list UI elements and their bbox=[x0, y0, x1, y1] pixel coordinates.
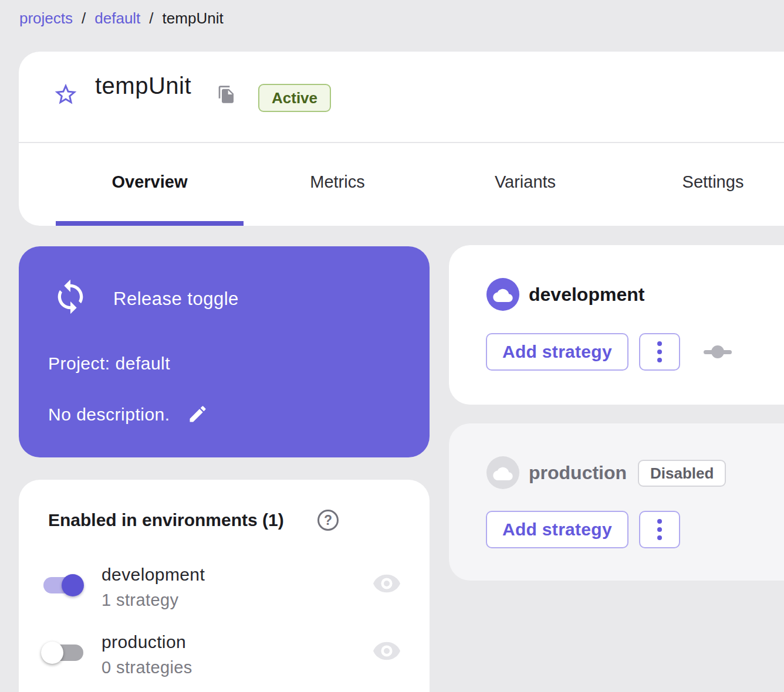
tab-bar: Overview Metrics Variants Settings bbox=[56, 143, 784, 221]
tab-variants[interactable]: Variants bbox=[431, 143, 619, 221]
toggle-description: No description. bbox=[48, 405, 170, 425]
visibility-icon[interactable] bbox=[372, 574, 401, 595]
edit-description-button[interactable] bbox=[187, 403, 209, 426]
add-strategy-button-production[interactable]: Add strategy bbox=[486, 511, 628, 548]
environment-card-production: production Disabled Add strategy bbox=[449, 423, 784, 581]
tab-metrics[interactable]: Metrics bbox=[244, 143, 431, 221]
breadcrumb: projects / default / tempUnit bbox=[19, 9, 224, 28]
toggle-type-label: Release toggle bbox=[113, 289, 239, 310]
active-tab-indicator bbox=[56, 221, 244, 226]
environment-name: development bbox=[529, 284, 644, 306]
star-icon bbox=[53, 100, 79, 109]
environment-row-label: production bbox=[102, 632, 186, 652]
breadcrumb-current: tempUnit bbox=[163, 9, 224, 28]
breadcrumb-default-link[interactable]: default bbox=[94, 9, 140, 28]
toggle-type-card: Release toggle Project: default No descr… bbox=[19, 246, 430, 457]
more-options-button-production[interactable] bbox=[639, 511, 680, 548]
enabled-environments-panel: Enabled in environments (1) ? developmen… bbox=[19, 480, 430, 692]
toggle-thumb bbox=[41, 642, 63, 664]
pencil-icon bbox=[187, 418, 208, 426]
tab-overview[interactable]: Overview bbox=[56, 143, 244, 221]
kebab-icon bbox=[657, 341, 662, 362]
help-icon[interactable]: ? bbox=[317, 510, 339, 531]
breadcrumb-separator: / bbox=[149, 9, 153, 28]
page-title: tempUnit bbox=[95, 73, 191, 99]
environment-row-strategies: 1 strategy bbox=[102, 591, 178, 610]
environment-row-strategies: 0 strategies bbox=[102, 658, 192, 677]
copy-name-button[interactable] bbox=[216, 84, 237, 106]
environment-name: production bbox=[529, 462, 627, 484]
breadcrumb-projects-link[interactable]: projects bbox=[19, 9, 73, 28]
cloud-icon bbox=[486, 278, 519, 311]
breadcrumb-separator: / bbox=[82, 9, 86, 28]
more-options-button-development[interactable] bbox=[639, 333, 680, 371]
kebab-icon bbox=[657, 519, 662, 540]
environment-row-label: development bbox=[102, 565, 205, 585]
copy-icon bbox=[217, 97, 236, 106]
toggle-project-label: Project: default bbox=[48, 354, 170, 374]
tab-settings[interactable]: Settings bbox=[619, 143, 784, 221]
cloud-icon bbox=[486, 456, 519, 489]
environment-toggle-production[interactable] bbox=[43, 641, 102, 667]
status-badge: Active bbox=[258, 84, 331, 112]
add-strategy-button-development[interactable]: Add strategy bbox=[486, 333, 628, 371]
visibility-icon[interactable] bbox=[372, 641, 401, 662]
toggle-thumb bbox=[62, 574, 84, 596]
environment-toggle-development[interactable] bbox=[43, 574, 102, 599]
favorite-button[interactable] bbox=[52, 81, 80, 109]
release-toggle-icon bbox=[52, 278, 89, 316]
enabled-environments-title: Enabled in environments (1) bbox=[48, 510, 284, 530]
feature-header-card: tempUnit Active Overview Metrics Variant… bbox=[19, 52, 784, 226]
strategy-separator-icon bbox=[704, 345, 732, 358]
environment-card-development: development Add strategy bbox=[449, 245, 784, 405]
disabled-badge: Disabled bbox=[638, 460, 726, 487]
feature-toggle-page: projects / default / tempUnit tempUnit A… bbox=[0, 0, 784, 692]
